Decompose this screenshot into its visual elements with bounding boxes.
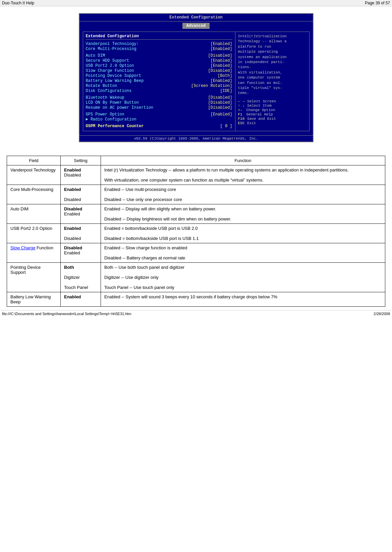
field-core-multi: Core Multi-Processing [7, 185, 61, 204]
function-battery-low: Enabled -- System will sound 3 beeps eve… [101, 292, 385, 307]
page-info: Page 39 of 57 [365, 1, 390, 5]
table-row: Pointing Device Support Both Digitizer T… [7, 263, 385, 292]
setting-slow-charge: Disabled Enabled [61, 243, 101, 263]
function-pointing-device: Both -- Use both touch panel and digitiz… [101, 263, 385, 292]
window-title: Duo-Touch II Help [2, 1, 34, 5]
col-header-field: Field [7, 156, 61, 165]
col-header-setting: Setting [61, 156, 101, 165]
setting-disabled: Disabled [64, 197, 81, 202]
setting-enabled: Enabled [64, 167, 81, 172]
function-auto-dim: Enabled -- Display will dim slightly whe… [101, 204, 385, 224]
setting-usb-port2: Enabled Disabled [61, 224, 101, 243]
setting-touch-panel: Touch Panel [64, 285, 88, 290]
main-content: Field Setting Function Vanderpool Techno… [0, 149, 392, 310]
settings-table: Field Setting Function Vanderpool Techno… [7, 156, 385, 307]
setting-disabled: Disabled [64, 172, 81, 178]
setting-disabled: Disabled [64, 245, 82, 250]
table-row: Battery Low Warning Beep Enabled Enabled… [7, 292, 385, 307]
bios-nav: ← →Select Screen ↑ ↓Select Item +-Change… [238, 99, 306, 125]
setting-pointing-device: Both Digitizer Touch Panel [61, 263, 101, 292]
setting-battery-low: Enabled [61, 292, 101, 307]
function-vanderpool: Intel (r) Virtualization Technology -- a… [101, 165, 385, 185]
bios-advanced-tab: Advanced [182, 23, 210, 29]
filepath: file:///C:\Documents and Settings\harwoo… [2, 312, 131, 316]
setting-enabled: Enabled [64, 187, 81, 192]
bios-screenshot: Extended Configuration Advanced Extended… [79, 13, 314, 142]
field-auto-dim: Auto DIM [7, 204, 61, 224]
setting-vanderpool: Enabled Disabled [61, 165, 101, 185]
setting-enabled: Enabled [64, 250, 80, 255]
field-vanderpool: Vanderpool Technology [7, 165, 61, 185]
setting-both: Both [64, 265, 74, 270]
setting-enabled: Enabled [64, 211, 80, 216]
field-slow-charge: Slow Charge Function [7, 243, 61, 263]
slow-charge-link[interactable]: Slow Charge [10, 245, 35, 250]
table-row: Slow Charge Function Disabled Enabled En… [7, 243, 385, 263]
function-core-multi: Enabled -- Use multi-processing coreDisa… [101, 185, 385, 204]
bios-title: Extended Configuration [167, 14, 225, 20]
table-row: USB Port2 2.0 Option Enabled Disabled En… [7, 224, 385, 243]
field-pointing-device: Pointing Device Support [7, 263, 61, 292]
bios-section-title: Extended Configuration [86, 34, 232, 40]
setting-enabled: Enabled [64, 226, 81, 231]
field-battery-low: Battery Low Warning Beep [7, 292, 61, 307]
col-header-function: Function [101, 156, 385, 165]
setting-core-multi: Enabled Disabled [61, 185, 101, 204]
table-row: Auto DIM Disabled Enabled Enabled -- Dis… [7, 204, 385, 224]
setting-auto-dim: Disabled Enabled [61, 204, 101, 224]
setting-digitizer: Digitizer [64, 275, 80, 280]
function-usb-port2: Enabled = bottom/backside USB port is US… [101, 224, 385, 243]
file-footer: file:///C:\Documents and Settings\harwoo… [0, 310, 392, 317]
table-row: Core Multi-Processing Enabled Disabled E… [7, 185, 385, 204]
table-row: Vanderpool Technology Enabled Disabled I… [7, 165, 385, 185]
field-usb-port2: USB Port2 2.0 Option [7, 224, 61, 243]
setting-disabled: Disabled [64, 236, 81, 241]
function-slow-charge: Enabled -- Slow charge function is enabl… [101, 243, 385, 263]
bios-footer: v02.59 (C)Copyright 1985-2005, American … [79, 135, 313, 142]
footer-date: 2/28/2008 [374, 312, 390, 316]
setting-disabled: Disabled [64, 206, 82, 211]
setting-enabled: Enabled [64, 294, 81, 299]
